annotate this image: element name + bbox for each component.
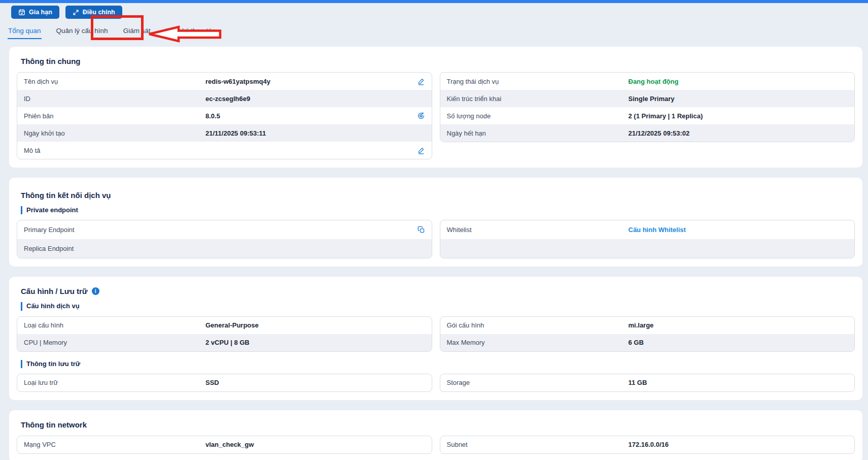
section-title-text: Thông tin chung [21,57,80,65]
storage-left-table: Loại lưu trữ SSD [17,374,432,392]
storage-type-value: SSD [205,379,219,386]
tab-bar: Tổng quan Quản lý cấu hình Giám sát Nhật… [0,22,868,39]
storage-size-value: 11 GB [629,379,647,386]
whitelist-config-link[interactable]: Cấu hình Whitelist [629,226,686,234]
table-row: Kiến trúc triển khai Single Primary [440,90,855,107]
renew-button[interactable]: Gia hạn [11,6,59,19]
section-general-info: Thông tin chung Tên dịch vụ redis-w61yat… [9,47,862,168]
subsection-service-config: Cấu hình dịch vụ [21,302,855,310]
tab-overview[interactable]: Tổng quan [8,24,42,39]
table-row: Tên dịch vụ redis-w61yatpsmq4y [17,73,432,90]
table-row: Primary Endpoint [17,220,432,239]
service-id-value: ec-zcseglh6e9 [205,95,250,103]
vpc-network-value: vlan_check_gw [205,441,254,448]
section-title-text: Thông tin kết nối dịch vụ [21,191,111,200]
row-label: Mô tả [24,147,205,154]
version-value: 8.0.5 [205,112,220,120]
edit-pencil-icon[interactable] [418,78,425,85]
adjust-button[interactable]: Điều chỉnh [65,6,122,19]
row-label: Trạng thái dịch vụ [447,78,629,85]
top-accent-strip [0,0,868,3]
whitelist-table: Whitelist Cấu hình Whitelist [440,220,855,258]
row-label: Storage [447,379,629,386]
row-label: Số lượng node [447,112,629,120]
network-left-table: Mạng VPC vlan_check_gw [17,436,432,454]
section-title: Thông tin kết nối dịch vụ [21,191,855,200]
table-row: Storage 11 GB [440,374,855,391]
row-label: CPU | Memory [24,339,205,346]
table-row: Whitelist Cấu hình Whitelist [440,220,855,239]
table-row: Loại cấu hình General-Purpose [17,317,432,334]
node-count-value: 2 (1 Primary | 1 Replica) [629,112,703,120]
row-label: Replica Endpoint [24,245,205,252]
service-config-left-table: Loại cấu hình General-Purpose CPU | Memo… [17,316,432,352]
version-upgrade-icon[interactable] [417,112,425,120]
tab-monitoring[interactable]: Giám sát [123,24,151,39]
table-row: Phiên bản 8.0.5 [17,107,432,124]
row-label: Ngày khởi tạo [24,129,205,137]
table-row: Số lượng node 2 (1 Primary | 1 Replica) [440,107,855,124]
max-memory-value: 6 GB [629,339,644,346]
endpoint-table: Primary Endpoint Replica Endpoint [17,220,432,258]
service-config-right-table: Gói cấu hình mi.large Max Memory 6 GB [440,316,855,352]
adjust-button-label: Điều chỉnh [83,9,115,16]
table-row: Replica Endpoint [17,239,432,258]
table-row: Mô tả [17,142,432,159]
architecture-value: Single Primary [629,95,675,103]
row-label: Primary Endpoint [24,226,205,234]
subnet-value: 172.16.0.0/16 [629,441,669,448]
table-row: CPU | Memory 2 vCPU | 8 GB [17,334,432,351]
created-date-value: 21/11/2025 09:53:11 [205,129,266,137]
row-label: Gói cấu hình [447,321,629,329]
row-label: Tên dịch vụ [24,78,205,85]
network-right-table: Subnet 172.16.0.0/16 [440,436,855,454]
config-type-value: General-Purpose [205,321,259,329]
general-info-right-table: Trạng thái dịch vụ Đang hoạt động Kiến t… [440,72,855,142]
status-badge: Đang hoạt động [629,78,679,85]
section-title-text: Cấu hình / Lưu trữ [21,287,88,295]
subsection-private-endpoint: Private endpoint [21,206,855,214]
copy-icon[interactable] [418,226,425,234]
service-name-value: redis-w61yatpsmq4y [205,78,270,85]
row-label: Loại cấu hình [24,321,205,329]
general-info-left-table: Tên dịch vụ redis-w61yatpsmq4y ID ec-zcs… [17,72,432,159]
row-label: Kiến trúc triển khai [447,95,629,103]
section-title: Thông tin network [21,420,855,429]
table-row: Subnet 172.16.0.0/16 [440,436,855,453]
section-network-info: Thông tin network Mạng VPC vlan_check_gw… [9,410,862,460]
row-label: Mạng VPC [24,441,205,448]
main-content: Thông tin chung Tên dịch vụ redis-w61yat… [9,47,862,460]
subsection-storage-info: Thông tin lưu trữ [21,360,855,368]
row-label: Ngày hết hạn [447,129,629,137]
table-row: Mạng VPC vlan_check_gw [17,436,432,453]
table-row: Trạng thái dịch vụ Đang hoạt động [440,73,855,90]
table-row: Ngày hết hạn 21/12/2025 09:53:02 [440,124,855,142]
table-row: Gói cấu hình mi.large [440,317,855,334]
row-label: Loại lưu trữ [24,379,205,386]
calendar-icon [18,9,25,16]
table-row: Max Memory 6 GB [440,334,855,351]
tab-config-management[interactable]: Quản lý cấu hình [56,24,109,39]
expiry-date-value: 21/12/2025 09:53:02 [629,129,690,137]
section-title: Cấu hình / Lưu trữ i [21,287,855,295]
row-label: Subnet [447,441,629,448]
row-label: ID [24,95,205,103]
row-label: Phiên bản [24,112,205,120]
renew-button-label: Gia hạn [29,9,52,16]
row-label: Whitelist [447,226,629,234]
table-row: ID ec-zcseglh6e9 [17,90,432,107]
section-title-text: Thông tin network [21,420,87,429]
tab-activity-log[interactable]: Nhật ký thao tác [165,24,216,39]
section-connection-info: Thông tin kết nối dịch vụ Private endpoi… [9,178,862,267]
cpu-memory-value: 2 vCPU | 8 GB [205,339,250,346]
section-title: Thông tin chung [21,57,855,65]
info-icon[interactable]: i [92,287,99,295]
resize-arrows-icon [73,9,79,16]
edit-pencil-icon[interactable] [418,147,425,154]
section-config-storage: Cấu hình / Lưu trữ i Cấu hình dịch vụ Lo… [9,277,862,400]
storage-right-table: Storage 11 GB [440,374,855,392]
table-row: Loại lưu trữ SSD [17,374,432,391]
config-package-value: mi.large [629,321,654,329]
table-row: Ngày khởi tạo 21/11/2025 09:53:11 [17,124,432,142]
row-label: Max Memory [447,339,629,346]
